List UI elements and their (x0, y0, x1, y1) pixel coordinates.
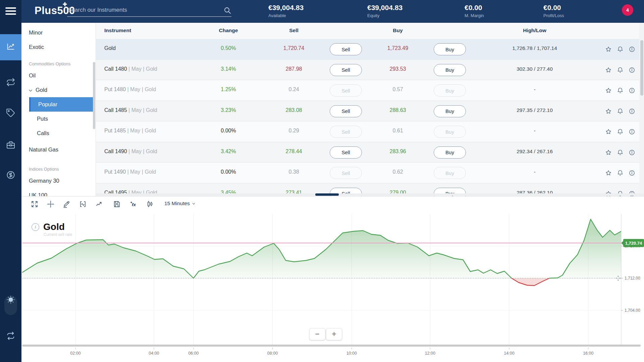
stat-value: €39,004.83 (367, 4, 402, 12)
sell-button[interactable]: Sell (330, 126, 362, 138)
sidebar-section-indices-options: Indices Options (21, 160, 96, 174)
sidebar-item-label: UK 100 (29, 192, 47, 196)
chart-tool-draw-icon[interactable] (61, 200, 71, 208)
info-icon[interactable] (629, 170, 635, 176)
stat-value: €0.00 (543, 4, 564, 12)
sidebar-item-minor[interactable]: Minor (21, 25, 96, 40)
sidebar-item-label: Exotic (29, 44, 44, 50)
favorite-star-icon[interactable] (605, 108, 612, 115)
chart-tool-chart-type-icon[interactable] (94, 200, 104, 208)
table-row[interactable]: Call 1490 | May | Gold 3.42% 278.44 Sell… (96, 142, 644, 163)
info-icon[interactable] (629, 67, 635, 73)
favorite-star-icon[interactable] (605, 170, 612, 176)
favorite-star-icon[interactable] (605, 128, 612, 135)
sell-button[interactable]: Sell (330, 43, 362, 55)
rail-item-portfolio[interactable] (0, 134, 21, 158)
alert-bell-icon[interactable] (617, 87, 624, 94)
sell-button[interactable]: Sell (330, 167, 362, 179)
zoom-in-button[interactable]: + (326, 328, 342, 340)
chart-tool-crosshair-icon[interactable] (46, 200, 56, 208)
chart-tool-indicators-icon[interactable] (78, 200, 88, 208)
sidebar-item-gold[interactable]: Gold (21, 83, 96, 97)
categories-sidebar: MinorExoticCommodities OptionsOilGoldPop… (21, 23, 96, 196)
buy-button[interactable]: Buy (434, 167, 466, 179)
info-icon[interactable] (629, 149, 635, 156)
svg-text:fx: fx (132, 202, 136, 207)
sell-button[interactable]: Sell (330, 64, 362, 76)
table-row[interactable]: Put 1490 | May | Gold 0.00% 0.38 Sell 0.… (96, 163, 644, 183)
notifications-badge[interactable]: 4 (622, 4, 633, 16)
positions-icon (6, 77, 15, 88)
buy-button[interactable]: Buy (434, 64, 466, 76)
table-row[interactable]: Put 1480 | May | Gold 1.25% 0.24 Sell 0.… (96, 80, 644, 101)
sidebar-item-label: Gold (36, 87, 47, 93)
chart-tool-expand-icon[interactable] (30, 200, 40, 208)
sidebar-item-exotic[interactable]: Exotic (21, 40, 96, 54)
buy-button[interactable]: Buy (434, 146, 466, 159)
table-row[interactable]: Call 1485 | May | Gold 3.23% 283.08 Sell… (96, 101, 644, 122)
col-high-low: High/Low (494, 27, 575, 34)
alert-bell-icon[interactable] (617, 46, 624, 53)
chevron-down-icon (28, 88, 33, 93)
sidebar-item-popular[interactable]: Popular (29, 97, 95, 112)
chart-hscrollbar[interactable] (22, 345, 641, 347)
funds-icon (6, 170, 15, 181)
rail-item-positions[interactable] (0, 71, 21, 95)
info-icon[interactable] (629, 128, 635, 135)
y-axis-label: 1,712.00 (625, 276, 640, 281)
sidebar-item-uk-100[interactable]: UK 100 (21, 188, 96, 196)
alert-bell-icon[interactable] (617, 170, 624, 176)
favorite-star-icon[interactable] (605, 87, 612, 94)
favorite-star-icon[interactable] (605, 149, 612, 156)
timeframe-dropdown[interactable]: 15 Minutes (164, 200, 196, 206)
alert-bell-icon[interactable] (617, 67, 624, 73)
sidebar-item-calls[interactable]: Calls (21, 126, 96, 140)
zoom-out-button[interactable]: − (309, 328, 325, 340)
instrument-info-icon[interactable]: i (32, 223, 39, 231)
rail-item-tag[interactable] (0, 102, 21, 126)
tag-icon (6, 108, 15, 119)
table-header: Instrument Change Sell Buy High/Low (96, 23, 644, 39)
instruments-table: Instrument Change Sell Buy High/Low Gold… (96, 23, 644, 196)
buy-button[interactable]: Buy (434, 84, 466, 97)
sidebar-item-oil[interactable]: Oil (21, 68, 96, 83)
favorite-star-icon[interactable] (605, 67, 612, 73)
table-row[interactable]: Put 1485 | May | Gold 0.00% 0.29 Sell 0.… (96, 121, 644, 142)
sidebar-item-natural-gas[interactable]: Natural Gas (21, 142, 96, 157)
sidebar-item-puts[interactable]: Puts (21, 112, 96, 126)
left-rail (0, 0, 21, 362)
sidebar-item-label: Germany 30 (29, 178, 59, 184)
table-hscrollbar[interactable] (315, 193, 339, 196)
favorite-star-icon[interactable] (605, 46, 612, 53)
alert-bell-icon[interactable] (617, 149, 624, 156)
sidebar-item-label: Calls (37, 130, 49, 136)
buy-button[interactable]: Buy (434, 43, 466, 55)
y-axis-label: 1,704.00 (625, 308, 640, 313)
portfolio-icon (6, 140, 15, 151)
sidebar-scrollbar[interactable] (93, 62, 95, 129)
buy-button[interactable]: Buy (434, 105, 466, 117)
rail-item-trade[interactable] (0, 34, 21, 60)
chart-tool-candles-icon[interactable] (145, 200, 155, 208)
rail-item-switch[interactable] (0, 328, 21, 345)
table-vscrollbar[interactable] (640, 40, 643, 96)
chart-tool-save-icon[interactable] (112, 200, 122, 208)
info-icon[interactable] (629, 108, 635, 115)
stat-value: €0.00 (465, 4, 484, 12)
alert-bell-icon[interactable] (617, 108, 624, 115)
info-icon[interactable] (629, 46, 635, 53)
sell-button[interactable]: Sell (330, 105, 362, 117)
info-icon[interactable] (629, 87, 635, 94)
buy-button[interactable]: Buy (434, 126, 466, 138)
alert-bell-icon[interactable] (617, 128, 624, 135)
sell-button[interactable]: Sell (330, 84, 362, 97)
table-row[interactable]: Call 1480 | May | Gold 3.14% 287.98 Sell… (96, 60, 644, 80)
table-row[interactable]: Gold 0.50% 1,720.74 Sell 1,723.49 Buy 1,… (96, 39, 644, 60)
sell-button[interactable]: Sell (330, 146, 362, 159)
rail-item-theme[interactable] (0, 292, 21, 309)
chart-tool-functions-icon[interactable]: fx (128, 200, 138, 208)
search-input[interactable] (67, 5, 231, 17)
menu-button[interactable] (5, 7, 16, 15)
rail-item-funds[interactable] (0, 164, 21, 188)
sidebar-item-germany-30[interactable]: Germany 30 (21, 174, 96, 188)
